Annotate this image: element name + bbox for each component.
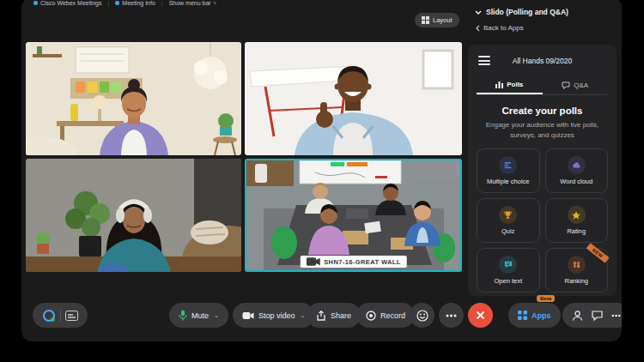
poll-card-ranking[interactable]: New Ranking [545,248,609,293]
apps-label: Apps [532,311,551,320]
apps-button[interactable]: Apps [508,303,561,328]
tab-polls-label: Polls [507,81,523,88]
mute-button[interactable]: Mute ⌄ [169,303,228,328]
video-tile-participant-2[interactable] [245,42,462,155]
back-to-apps-label: Back to Apps [483,24,524,32]
assistant-captions-group[interactable] [33,303,88,328]
video-device-icon [306,256,320,268]
beta-badge: Beta [537,295,555,302]
slido-event-title: All Hands 09/2020 [513,57,572,65]
create-polls-heading: Create your polls [477,106,608,116]
room-name-text: SHN7-16-GREAT WALL [324,258,401,266]
meeting-info-button[interactable]: Meeting Info [115,0,155,6]
slido-panel-header[interactable]: Slido (Polling and Q&A) [475,8,568,16]
share-button[interactable]: Share [307,303,361,328]
tab-qa-label: Q&A [574,81,588,89]
menu-hamburger-icon[interactable] [478,56,490,65]
participant-3-video [26,159,241,272]
poll-type-grid: Multiple choice Word cloud [477,148,608,293]
slido-app-card: All Hands 09/2020 Polls Q&A [468,45,617,296]
camera-icon [242,311,254,320]
video-tile-participant-3[interactable] [26,159,241,272]
slido-tabs: Polls Q&A [477,75,608,95]
record-label: Record [380,311,405,320]
leave-meeting-button[interactable] [468,303,493,328]
stop-video-label: Stop video [258,311,295,320]
slido-event-header: All Hands 09/2020 [477,53,608,69]
more-options-button[interactable] [439,303,464,328]
poll-card-label: Rating [567,227,586,235]
poll-card-label: Open text [494,277,522,285]
share-icon [316,311,326,321]
meeting-info-icon [115,1,119,5]
tab-polls[interactable]: Polls [477,75,543,94]
chevron-down-icon[interactable]: ⌄ [301,312,306,319]
poll-card-quiz[interactable]: Quiz [477,198,540,243]
more-dots-icon [446,314,457,317]
webex-assistant-icon [42,309,56,323]
panel-buttons-group [562,303,622,328]
poll-card-label: Multiple choice [487,178,530,185]
new-badge: New [586,243,609,263]
participants-icon[interactable] [572,311,583,321]
divider [60,309,61,322]
titlebar-separator: | [161,0,163,6]
video-tile-meeting-room[interactable]: SHN7-16-GREAT WALL [245,159,462,272]
poll-card-label: Word cloud [560,178,592,185]
mute-label: Mute [191,311,209,320]
grid-layout-icon [422,16,429,24]
chevron-left-icon [475,25,480,32]
reactions-button[interactable] [410,303,434,328]
participant-1-video [26,42,241,155]
polls-bar-chart-icon [495,81,503,88]
apps-grid-icon [518,311,527,320]
titlebar-brand-label: Cisco Webex Meetings [40,0,101,6]
share-label: Share [331,311,351,320]
smiley-icon [416,310,428,322]
titlebar-separator: | [107,0,109,6]
record-button[interactable]: Record [356,303,415,328]
layout-button[interactable]: Layout [415,13,459,27]
webex-logo-icon [33,1,38,5]
stop-video-button[interactable]: Stop video ⌄ [233,303,314,328]
chevron-down-icon[interactable]: ⌄ [214,312,219,319]
record-icon [366,311,376,321]
poll-card-rating[interactable]: Rating [545,198,609,243]
screenshot-stage: Cisco Webex Meetings | Meeting Info | Sh… [0,0,644,362]
poll-card-open-text[interactable]: Open text [477,248,540,293]
video-tile-participant-1[interactable] [26,42,241,155]
closed-captions-icon [65,311,78,321]
titlebar-brand: Cisco Webex Meetings [33,0,101,6]
show-menu-bar-button[interactable]: Show menu bar v [169,0,216,6]
slido-panel-title: Slido (Polling and Q&A) [486,8,568,16]
room-name-label: SHN7-16-GREAT WALL [300,256,407,268]
meeting-room-video [246,160,460,270]
webex-meeting-window: Cisco Webex Meetings | Meeting Info | Sh… [21,0,622,341]
poll-card-label: Ranking [564,277,588,285]
more-panels-icon[interactable] [611,314,621,317]
qa-bubble-icon [562,81,570,89]
participant-2-video [245,42,462,155]
back-to-apps-button[interactable]: Back to Apps [475,24,524,32]
poll-card-label: Quiz [501,227,514,235]
meeting-info-label: Meeting Info [122,0,155,6]
poll-card-word-cloud[interactable]: Word cloud [545,148,609,193]
chevron-down-icon: v [214,0,216,5]
tab-qa[interactable]: Q&A [543,75,609,94]
close-x-icon [476,311,485,320]
chevron-down-icon [475,9,482,15]
slido-panel: Slido (Polling and Q&A) Back to Apps All… [464,0,622,301]
chat-icon[interactable] [592,311,603,321]
layout-button-label: Layout [433,16,453,24]
create-polls-subtitle: Engage your audience with live polls, su… [483,120,603,140]
microphone-icon [179,310,187,321]
show-menu-bar-label: Show menu bar [169,0,211,6]
poll-card-multiple-choice[interactable]: Multiple choice [477,148,540,193]
